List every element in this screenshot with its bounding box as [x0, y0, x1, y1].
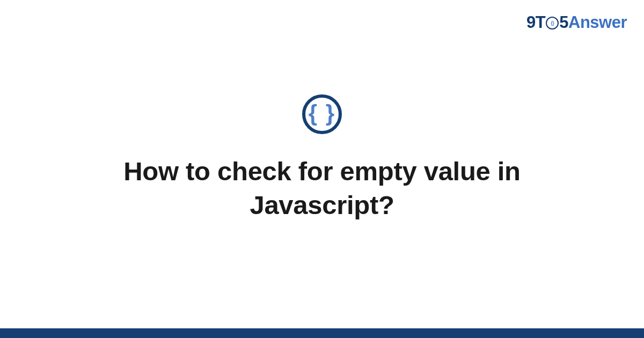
- main-content: { } How to check for empty value in Java…: [0, 0, 644, 338]
- footer-accent-bar: [0, 328, 644, 338]
- braces-icon: { }: [309, 102, 335, 124]
- topic-icon-circle: { }: [302, 94, 342, 134]
- question-title: How to check for empty value in Javascri…: [54, 155, 590, 222]
